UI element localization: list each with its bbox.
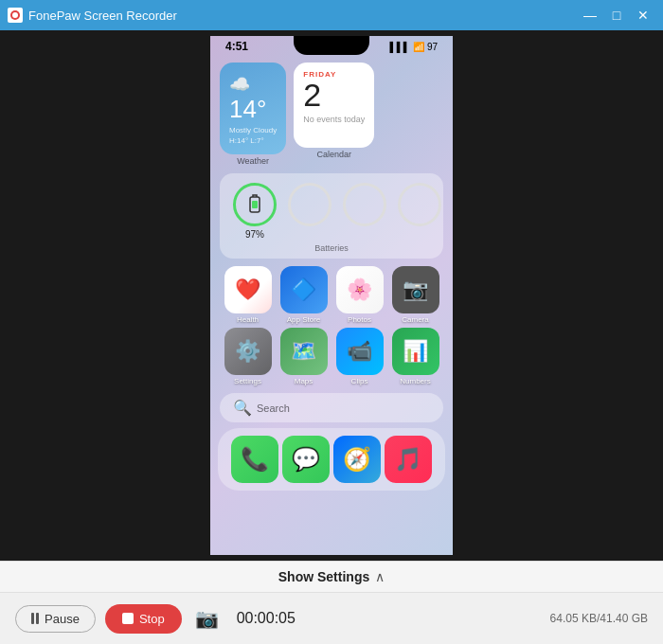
screenshot-button[interactable]: 📷 [191, 602, 224, 635]
app-icon-numbers[interactable]: 📊 Numbers [389, 328, 441, 385]
app-icon-label: Numbers [400, 377, 430, 385]
calendar-events: No events today [303, 115, 365, 124]
app-icon-label: Health [237, 315, 259, 324]
stop-button[interactable]: Stop [105, 604, 182, 634]
app-icon-image: 🗺️ [280, 328, 328, 375]
app-icon [8, 8, 23, 23]
status-time: 4:51 [225, 40, 248, 53]
battery-item-3 [343, 183, 386, 226]
signal-icon: ▌▌▌ [390, 42, 410, 52]
app-icon-app-store[interactable]: 🔷 App Store [278, 266, 330, 324]
show-settings-text: Show Settings [278, 569, 369, 584]
maximize-button[interactable]: □ [604, 5, 629, 26]
weather-highlow: H:14° L:7° [229, 136, 277, 145]
bottom-panel: Show Settings ∧ Pause Stop 📷 00:00:05 64… [0, 561, 663, 644]
app-icon-settings[interactable]: ⚙️ Settings [222, 328, 274, 385]
status-icons: ▌▌▌ 📶 97 [390, 42, 438, 52]
status-notch [294, 36, 369, 55]
chevron-up-icon: ∧ [375, 569, 385, 584]
app-icon-image: 🔷 [280, 266, 328, 313]
batteries-widget: 97% Batteries [220, 173, 443, 259]
storage-info: 64.05 KB/41.40 GB [550, 612, 648, 625]
weather-condition: Mostly Cloudy [229, 126, 277, 134]
battery-circle-4 [398, 183, 441, 226]
dock-icon-safari[interactable]: 🧭 [333, 436, 381, 483]
calendar-widget[interactable]: FRIDAY 2 No events today Calendar [294, 63, 374, 166]
main-area: 4:51 ▌▌▌ 📶 97 ☁️ 14° Mostly Cloudy H:14°… [0, 30, 663, 644]
app-icon-label: Clips [351, 377, 368, 385]
svg-rect-3 [252, 201, 258, 208]
app-icon-image: 🌸 [336, 266, 384, 313]
apps-grid: ❤️ Health 🔷 App Store 🌸 Photos 📷 Camera … [210, 259, 453, 393]
app-icon-image: ⚙️ [224, 328, 272, 375]
phone-container: 4:51 ▌▌▌ 📶 97 ☁️ 14° Mostly Cloudy H:14°… [0, 30, 663, 561]
app-icon-image: ❤️ [224, 266, 272, 313]
app-icon-camera[interactable]: 📷 Camera [389, 266, 441, 324]
status-bar: 4:51 ▌▌▌ 📶 97 [210, 36, 453, 55]
dock: 📞💬🧭🎵 [218, 428, 445, 491]
stop-icon [122, 613, 134, 624]
title-bar-left: FonePaw Screen Recorder [8, 8, 177, 23]
app-icon-photos[interactable]: 🌸 Photos [333, 266, 385, 324]
app-icon-health[interactable]: ❤️ Health [222, 266, 274, 324]
battery-circle-3 [343, 183, 386, 226]
show-settings-bar[interactable]: Show Settings ∧ [0, 562, 663, 593]
app-icon-label: App Store [287, 315, 321, 324]
battery-item-main: 97% [233, 183, 277, 240]
app-icon-clips[interactable]: 📹 Clips [333, 328, 385, 385]
calendar-date: 2 [303, 79, 365, 111]
minimize-button[interactable]: — [578, 5, 602, 26]
app-icon-label: Camera [402, 315, 428, 324]
weather-widget[interactable]: ☁️ 14° Mostly Cloudy H:14° L:7° Weather [220, 63, 286, 166]
battery-circle-active [233, 183, 277, 226]
calendar-label: Calendar [294, 150, 374, 159]
app-title: FonePaw Screen Recorder [28, 9, 177, 23]
dock-icon-music[interactable]: 🎵 [385, 436, 432, 483]
weather-temp: 14° [229, 95, 277, 124]
pause-button[interactable]: Pause [15, 605, 96, 633]
wifi-icon: 📶 [413, 42, 424, 52]
app-icon-label: Settings [234, 377, 261, 385]
search-text: Search [257, 402, 290, 414]
weather-icon: ☁️ [229, 74, 277, 95]
close-button[interactable]: ✕ [631, 5, 655, 26]
app-icon-label: Maps [295, 377, 314, 385]
dock-icon-phone[interactable]: 📞 [231, 436, 278, 483]
app-icon-label: Photos [348, 315, 371, 324]
title-bar: FonePaw Screen Recorder — □ ✕ [0, 0, 663, 30]
phone-screen: 4:51 ▌▌▌ 📶 97 ☁️ 14° Mostly Cloudy H:14°… [210, 36, 453, 555]
dock-icon-messages[interactable]: 💬 [282, 436, 330, 483]
window-controls: — □ ✕ [578, 5, 655, 26]
pause-label: Pause [45, 612, 80, 626]
batteries-label: Batteries [233, 243, 430, 253]
timer-display: 00:00:05 [237, 610, 296, 627]
battery-circle-2 [288, 183, 332, 226]
battery-status: 97 [427, 42, 438, 52]
pause-icon [31, 613, 39, 624]
app-icon-image: 📊 [392, 328, 439, 375]
controls-bar: Pause Stop 📷 00:00:05 64.05 KB/41.40 GB [0, 593, 663, 644]
batteries-row: 97% [233, 183, 430, 240]
search-icon: 🔍 [233, 399, 252, 417]
app-icon-image: 📷 [392, 266, 439, 313]
svg-point-1 [12, 12, 18, 18]
weather-label: Weather [220, 156, 286, 166]
battery-item-4 [398, 183, 441, 226]
battery-item-2 [288, 183, 332, 226]
stop-label: Stop [139, 612, 165, 626]
search-bar[interactable]: 🔍 Search [220, 393, 443, 422]
widgets-row: ☁️ 14° Mostly Cloudy H:14° L:7° Weather … [210, 36, 453, 173]
app-icon-image: 📹 [336, 328, 384, 375]
app-icon-maps[interactable]: 🗺️ Maps [278, 328, 330, 385]
battery-percentage: 97% [245, 229, 264, 240]
camera-icon: 📷 [195, 607, 219, 630]
